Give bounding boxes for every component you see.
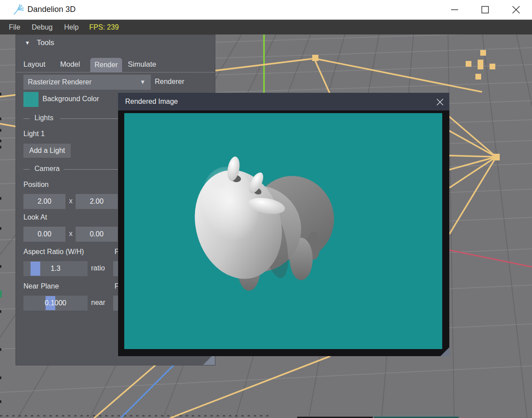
menu-help[interactable]: Help: [64, 23, 79, 31]
near-plane-unit: near: [91, 299, 105, 307]
close-icon: [511, 5, 521, 15]
tools-panel-header[interactable]: ▼ Tools: [25, 38, 54, 47]
minimize-button[interactable]: [446, 3, 463, 17]
add-light-button[interactable]: Add a Light: [23, 144, 71, 158]
tab-render[interactable]: Render: [90, 58, 122, 72]
tab-separator: [16, 72, 215, 72]
add-light-button-label: Add a Light: [29, 147, 65, 155]
aspect-ratio-value: 1.3: [23, 261, 88, 276]
rendered-image-body: [118, 110, 449, 356]
red-axis-line: [449, 250, 532, 267]
rendered-image-canvas: [124, 113, 442, 349]
far-field-partial[interactable]: [113, 296, 118, 311]
look-at-axis-separator: x: [69, 230, 73, 238]
position-x-field[interactable]: 2.00: [23, 194, 65, 209]
look-at-y-value: 0.00: [90, 230, 103, 238]
light-list-item[interactable]: Light 1: [23, 130, 45, 138]
fov-field-partial[interactable]: [113, 261, 118, 276]
aspect-ratio-slider[interactable]: 1.3: [23, 261, 88, 276]
position-axis-separator: x: [69, 197, 73, 205]
os-titlebar: Dandelion 3D: [0, 0, 532, 20]
app-window: Dandelion 3D File Debug Help FPS: 239 ▼ …: [0, 0, 532, 418]
position-y-value: 2.00: [90, 198, 103, 205]
collapse-arrow-icon: ▼: [25, 40, 30, 46]
look-at-x-field[interactable]: 0.00: [23, 227, 65, 242]
window-resize-grip[interactable]: [440, 347, 449, 356]
tab-simulate[interactable]: Simulate: [128, 60, 156, 68]
rendered-image-close-button[interactable]: [434, 96, 446, 108]
tab-model[interactable]: Model: [60, 60, 80, 68]
close-icon: [436, 98, 444, 106]
separator-line: [23, 118, 30, 119]
close-button[interactable]: [507, 3, 525, 17]
app-title: Dandelion 3D: [27, 5, 76, 14]
separator-line: [23, 169, 30, 170]
lights-section-label: Lights: [34, 114, 54, 122]
look-at-x-value: 0.00: [38, 230, 51, 238]
renderer-dropdown-value: Rasterizer Renderer: [28, 78, 92, 86]
near-plane-label: Near Plane: [23, 282, 59, 290]
menu-debug[interactable]: Debug: [32, 23, 53, 31]
background-color-label: Background Color: [42, 95, 99, 103]
rendered-image-titlebar[interactable]: Rendered Image: [118, 93, 449, 110]
tools-panel-title: Tools: [37, 38, 54, 47]
rendered-image-window: Rendered Image: [118, 93, 449, 356]
near-plane-value: 0.1000: [23, 296, 88, 311]
fps-counter: FPS: 239: [89, 23, 119, 31]
camera-section-label: Camera: [34, 165, 60, 173]
rendered-cow-model: [124, 113, 442, 349]
background-color-swatch[interactable]: [23, 92, 38, 107]
near-plane-slider[interactable]: 0.1000: [23, 296, 88, 311]
menu-file[interactable]: File: [9, 23, 20, 31]
position-label: Position: [23, 181, 49, 189]
position-x-value: 2.00: [38, 198, 51, 205]
maximize-button[interactable]: [476, 3, 494, 17]
minimize-icon: [450, 5, 459, 15]
tab-render-label: Render: [95, 61, 118, 69]
chevron-down-icon: ▼: [140, 79, 145, 85]
position-y-field[interactable]: 2.00: [76, 194, 118, 209]
aspect-ratio-unit: ratio: [91, 264, 105, 272]
maximize-icon: [480, 5, 490, 15]
look-at-label: Look At: [23, 213, 47, 221]
menubar: File Debug Help FPS: 239: [0, 20, 532, 34]
look-at-y-field[interactable]: 0.00: [76, 227, 118, 242]
rendered-image-title: Rendered Image: [125, 98, 178, 106]
dandelion-icon: [12, 4, 24, 15]
renderer-dropdown[interactable]: Rasterizer Renderer ▼: [23, 75, 151, 90]
aspect-ratio-label: Aspect Ratio (W/H): [23, 248, 84, 256]
renderer-label: Renderer: [155, 78, 184, 86]
tab-layout[interactable]: Layout: [23, 60, 46, 68]
